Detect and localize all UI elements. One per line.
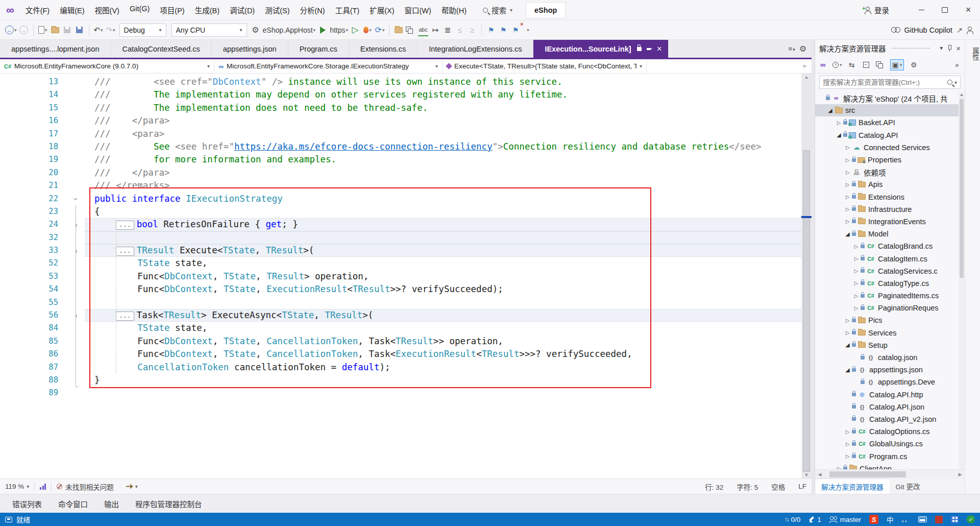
code-text[interactable]: Func<DbContext, TState, ExecutionResult<… [85, 283, 801, 296]
split-editor-handle[interactable]: ÷ [797, 59, 812, 73]
tree-item-4[interactable]: ▷☁Connected Services [815, 141, 965, 154]
tree-item-0[interactable]: ∞解决方案 'eShop' (24 个项目, 共 [815, 92, 965, 104]
startup-settings-gear-icon[interactable]: ⚙ [251, 24, 261, 36]
pending-edits-button[interactable]: 1 [808, 516, 821, 523]
menu-item-2[interactable]: 视图(V) [90, 3, 125, 17]
close-button[interactable]: × [957, 0, 980, 20]
live-share-signal-icon[interactable] [40, 484, 46, 490]
document-tab-5[interactable]: IntegrationLogExtensions.cs [418, 40, 533, 58]
collapsed-arrow-icon[interactable]: ▷ [843, 453, 852, 459]
expanded-arrow-icon[interactable]: ◢ [826, 107, 835, 114]
ime-punctuation-toggle[interactable]: 。， [902, 515, 911, 523]
redo-button[interactable]: ↷▾ [106, 24, 116, 36]
next-bookmark-icon[interactable]: ⚑ [498, 24, 508, 36]
active-files-dropdown-icon[interactable]: ≡ [789, 45, 795, 53]
sign-in-button[interactable]: + 登录 [865, 5, 889, 15]
collapsed-arrow-icon[interactable]: ▷ [843, 157, 852, 163]
code-text[interactable]: { [85, 205, 801, 218]
pin-icon[interactable] [947, 44, 952, 52]
save-all-icon[interactable] [76, 27, 83, 33]
window-position-chevron-icon[interactable]: ▾ [940, 44, 943, 52]
tree-item-19[interactable]: ▷Services [815, 327, 965, 339]
collapsed-arrow-icon[interactable]: ▷ [843, 441, 852, 447]
code-text[interactable]: /// See <see href="https://aka.ms/efcore… [85, 140, 801, 153]
code-text[interactable] [85, 231, 801, 244]
tree-item-29[interactable]: ▷C#Program.cs [815, 450, 965, 462]
collapsed-arrow-icon[interactable]: ▷ [852, 256, 861, 261]
menu-item-9[interactable]: 工具(T) [330, 3, 365, 17]
copilot-share-icon[interactable]: ↗ [957, 26, 963, 34]
spaces-indicator[interactable]: 空格 [771, 482, 785, 492]
solution-explorer-header[interactable]: 解决方案资源管理器 ▾ × [815, 40, 965, 56]
new-window-icon[interactable] [406, 27, 416, 33]
fold-expanded-icon[interactable]: › [69, 190, 82, 207]
collapsed-arrow-icon[interactable]: ▷ [843, 318, 852, 323]
code-text[interactable]: /// </remarks> [85, 179, 801, 192]
document-tab-1[interactable]: CatalogContextSeed.cs [111, 40, 212, 58]
tree-item-26[interactable]: {}Catalog.API_v2.json [815, 413, 965, 425]
tab-close-icon[interactable]: × [657, 44, 662, 54]
code-text[interactable]: /// The implementation does not need to … [85, 102, 801, 114]
code-editor[interactable]: 13/// <see cref="DbContext" /> instance … [0, 74, 812, 479]
menu-item-4[interactable]: 项目(P) [155, 3, 189, 17]
collapsed-arrow-icon[interactable]: ▷ [835, 120, 843, 126]
properties-vertical-tab[interactable]: 属性 [965, 47, 980, 61]
collapsed-arrow-icon[interactable]: ▷ [852, 280, 861, 286]
tree-item-12[interactable]: ▷C#CatalogBrand.cs [815, 240, 965, 252]
code-text[interactable]: /// for more information and examples. [85, 153, 801, 166]
breadcrumb-segment-0[interactable]: C#Microsoft.EntityFrameworkCore (9.0.7.0… [0, 59, 214, 73]
close-icon[interactable]: × [956, 44, 961, 53]
tree-item-11[interactable]: ◢Model [815, 228, 965, 240]
tree-horizontal-scrollbar[interactable]: ◀ ▶ [815, 469, 965, 479]
code-text[interactable]: /// The implementation may depend on oth… [85, 88, 801, 101]
document-health-icon[interactable] [57, 484, 62, 489]
code-text[interactable]: ...bool RetriesOnFailure { get; } [85, 218, 801, 231]
ime-toolbox-icon[interactable] [935, 516, 943, 523]
new-project-icon[interactable] [38, 26, 44, 34]
code-text[interactable]: /// <see cref="DbContext" /> instance wi… [85, 76, 801, 88]
collapsed-arrow-icon[interactable]: ▷ [835, 466, 843, 469]
format-document-icon[interactable]: ≣ [443, 24, 453, 36]
tree-item-7[interactable]: ▷Apis [815, 178, 965, 190]
collapsed-arrow-icon[interactable]: ▷ [843, 219, 852, 224]
tree-item-13[interactable]: ▷C#CatalogItem.cs [815, 252, 965, 265]
tree-item-22[interactable]: ◢{}appsettings.json [815, 364, 965, 376]
menu-item-3[interactable]: Git(G) [125, 3, 155, 17]
bottom-panel-tab-0[interactable]: 错误列表 [5, 496, 49, 511]
zoom-level-dropdown[interactable]: 119 % [5, 483, 24, 490]
solution-search-box[interactable]: ▾ [819, 76, 961, 89]
tree-item-1[interactable]: ◢src [815, 104, 965, 116]
sync-icon[interactable]: ⇆ [847, 59, 856, 70]
breadcrumb-segment-2[interactable]: Execute<TState, TResult>(TState state, F… [443, 59, 647, 73]
open-file-icon[interactable] [51, 27, 59, 33]
code-text[interactable]: ...Task<TResult> ExecuteAsync<TState, TR… [85, 309, 801, 322]
tree-item-28[interactable]: ▷C#GlobalUsings.cs [815, 438, 965, 450]
soft-keyboard-icon[interactable] [918, 516, 927, 522]
tree-item-30[interactable]: ▷ClientApp [815, 463, 965, 469]
tree-item-2[interactable]: ▷Basket.API [815, 116, 965, 129]
scrollbar-thumb[interactable] [803, 150, 810, 472]
collapsed-arrow-icon[interactable]: ▷ [843, 206, 852, 212]
tree-item-8[interactable]: ▷Extensions [815, 191, 965, 203]
tree-item-25[interactable]: {}Catalog.API.json [815, 401, 965, 413]
code-text[interactable]: /// </para> [85, 114, 801, 127]
git-branch-button[interactable]: master [829, 516, 861, 523]
collapsed-region-box[interactable]: ... [116, 312, 134, 321]
hot-reload-icon[interactable] [363, 27, 369, 33]
collapsed-arrow-icon[interactable]: ▷ [843, 194, 852, 200]
code-text[interactable]: CancellationToken cancellationToken = de… [85, 361, 801, 374]
line-indicator[interactable]: 行: 32 [705, 482, 723, 492]
tree-item-20[interactable]: ◢Setup [815, 339, 965, 351]
code-text[interactable]: ...TResult Execute<TState, TResult>( [85, 244, 801, 257]
menu-item-11[interactable]: 窗口(W) [400, 3, 436, 17]
code-text[interactable]: public interface IExecutionStrategy [85, 193, 801, 205]
solution-search-input[interactable] [823, 79, 947, 86]
navigate-forward-icon[interactable]: → [19, 26, 28, 34]
expanded-arrow-icon[interactable]: ◢ [843, 231, 852, 237]
dock-tab-0[interactable]: 解决方案资源管理器 [815, 479, 890, 494]
feedback-icon[interactable] [5, 517, 12, 522]
tree-item-18[interactable]: ▷Pics [815, 314, 965, 326]
search-box[interactable]: 搜索 ▾ [483, 5, 512, 15]
collapsed-arrow-icon[interactable]: ▷ [843, 145, 852, 150]
tree-item-9[interactable]: ▷Infrastructure [815, 203, 965, 216]
